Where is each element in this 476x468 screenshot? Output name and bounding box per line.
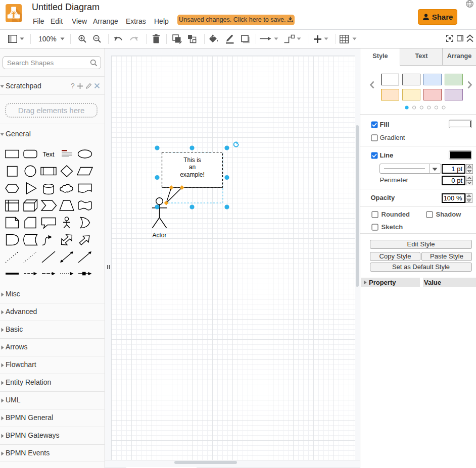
svg-text:Text: Text: [43, 151, 55, 158]
